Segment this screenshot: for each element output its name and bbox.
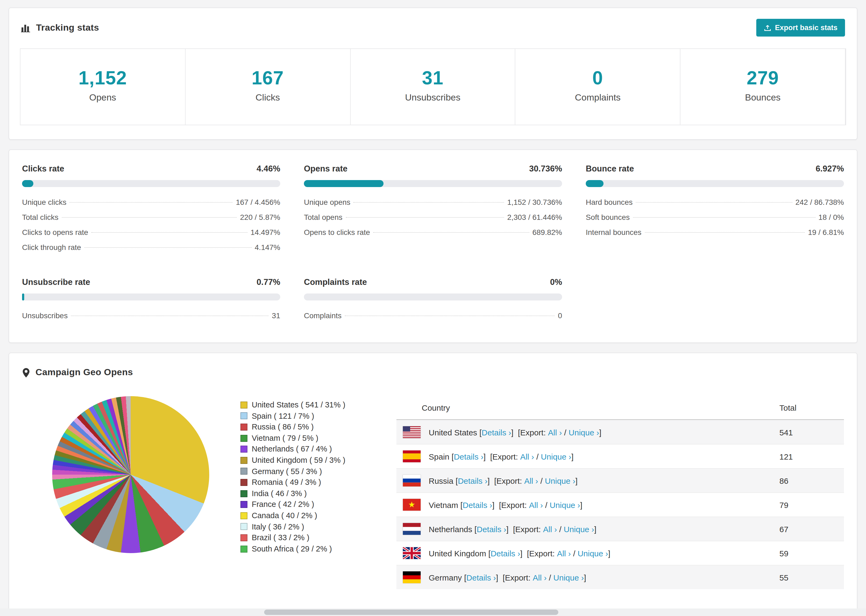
rate-title: Bounce rate [586, 164, 634, 174]
geo-countries-table: Country Total United States [Details ›] … [397, 396, 844, 589]
legend-item[interactable]: Russia ( 86 / 5% ) [241, 421, 375, 432]
legend-item[interactable]: France ( 42 / 2% ) [241, 499, 375, 510]
export-all-link[interactable]: All › [529, 500, 543, 509]
dotted-leader [71, 316, 269, 316]
dotted-leader [91, 232, 247, 233]
table-row: Germany [Details ›] [Export: All › / Uni… [397, 565, 844, 589]
details-link[interactable]: Details › [466, 573, 496, 582]
legend-label: Canada ( 40 / 2% ) [252, 510, 317, 521]
tracking-stats-card: Tracking stats Export basic stats 1,152 … [9, 8, 857, 140]
details-link[interactable]: Details › [491, 548, 520, 558]
table-row: Vietnam [Details ›] [Export: All › / Uni… [397, 492, 844, 517]
details-link[interactable]: Details › [454, 452, 483, 461]
country-total: 59 [779, 548, 844, 558]
stat-label: Opens [20, 93, 185, 103]
progress-fill [586, 180, 603, 187]
stat-row-value: 2,303 / 61.446% [507, 210, 562, 225]
geo-pie-chart[interactable] [52, 396, 209, 553]
legend-item[interactable]: India ( 46 / 3% ) [241, 488, 375, 499]
rate-stat-row: Hard bounces 242 / 86.738% [586, 195, 844, 210]
export-unique-link[interactable]: Unique › [541, 452, 571, 461]
export-unique-link[interactable]: Unique › [550, 500, 580, 509]
horizontal-scrollbar-thumb[interactable] [264, 610, 559, 615]
details-link[interactable]: Details › [463, 500, 492, 509]
details-link[interactable]: Details › [482, 427, 511, 437]
country-name: United States [429, 427, 477, 437]
rate-stat-row: Click through rate 4.147% [22, 240, 280, 255]
stat-label: Complaints [516, 93, 680, 103]
export-unique-link[interactable]: Unique › [545, 476, 575, 485]
tracking-stats-header: Tracking stats Export basic stats [9, 8, 857, 47]
tracking-stats-summary: 1,152 Opens 167 Clicks 31 Unsubscribes 0… [20, 49, 846, 125]
rate-title: Complaints rate [304, 277, 367, 287]
legend-item[interactable]: Netherlands ( 67 / 4% ) [241, 444, 375, 455]
export-basic-stats-button[interactable]: Export basic stats [756, 19, 845, 36]
details-link[interactable]: Details › [458, 476, 487, 485]
rate-title: Unsubscribe rate [22, 277, 90, 287]
rates-grid: Clicks rate 4.46% Unique clicks 167 / 4.… [22, 164, 844, 323]
rates-card: Clicks rate 4.46% Unique clicks 167 / 4.… [9, 149, 857, 343]
country-total: 67 [779, 524, 844, 533]
stat-row-label: Hard bounces [586, 195, 633, 210]
export-all-link[interactable]: All › [543, 524, 557, 533]
unsubscribe-rate-block: Unsubscribe rate 0.77% Unsubscribes 31 [22, 277, 280, 323]
export-unique-link[interactable]: Unique › [553, 573, 584, 582]
dotted-leader [70, 202, 233, 203]
legend-item[interactable]: United Kingdom ( 59 / 3% ) [241, 455, 375, 466]
stat-value: 0 [516, 67, 680, 89]
export-all-link[interactable]: All › [557, 548, 571, 558]
legend-label: United Kingdom ( 59 / 3% ) [252, 455, 345, 466]
stat-row-value: 18 / 0% [819, 210, 844, 225]
country-flag-icon [403, 499, 420, 511]
export-all-link[interactable]: All › [548, 427, 562, 437]
stat-row-value: 14.497% [250, 225, 280, 240]
stat-row-label: Total clicks [22, 210, 58, 225]
legend-label: Vietnam ( 79 / 5% ) [252, 433, 318, 444]
table-row: Netherlands [Details ›] [Export: All › /… [397, 517, 844, 541]
export-all-link[interactable]: All › [533, 573, 547, 582]
country-total: 86 [779, 476, 844, 485]
legend-item[interactable]: Italy ( 36 / 2% ) [241, 521, 375, 532]
export-all-link[interactable]: All › [520, 452, 534, 461]
legend-color-swatch [241, 468, 247, 475]
export-unique-link[interactable]: Unique › [568, 427, 599, 437]
export-unique-link[interactable]: Unique › [564, 524, 594, 533]
export-unique-link[interactable]: Unique › [578, 548, 608, 558]
country-name: Vietnam [429, 500, 458, 509]
legend-item[interactable]: Canada ( 40 / 2% ) [241, 510, 375, 521]
country-total: 79 [779, 500, 844, 509]
progress-fill [304, 180, 383, 187]
legend-label: Italy ( 36 / 2% ) [252, 521, 304, 532]
clicks-rate-block: Clicks rate 4.46% Unique clicks 167 / 4.… [22, 164, 280, 255]
stat-row-value: 19 / 6.81% [808, 225, 844, 240]
country-column-header: Country [397, 403, 779, 412]
stat-row-label: Clicks to opens rate [22, 225, 88, 240]
legend-item[interactable]: Spain ( 121 / 7% ) [241, 410, 375, 421]
legend-item[interactable]: Brazil ( 33 / 2% ) [241, 532, 375, 543]
rate-stat-row: Unique clicks 167 / 4.456% [22, 195, 280, 210]
table-row: United Kingdom [Details ›] [Export: All … [397, 541, 844, 565]
rate-percent: 0% [550, 277, 562, 287]
legend-item[interactable]: United States ( 541 / 31% ) [241, 399, 375, 410]
total-column-header: Total [779, 403, 844, 412]
horizontal-scrollbar-track[interactable] [0, 608, 866, 616]
legend-item[interactable]: Germany ( 55 / 3% ) [241, 466, 375, 477]
export-all-link[interactable]: All › [524, 476, 538, 485]
details-link[interactable]: Details › [477, 524, 506, 533]
opens-rate-block: Opens rate 30.736% Unique opens 1,152 / … [304, 164, 562, 255]
legend-color-swatch [241, 501, 247, 508]
legend-item[interactable]: Vietnam ( 79 / 5% ) [241, 433, 375, 444]
dotted-leader [354, 202, 504, 203]
legend-item[interactable]: South Africa ( 29 / 2% ) [241, 543, 375, 554]
country-total: 121 [779, 452, 844, 461]
progress-fill [22, 294, 24, 300]
geo-table-header: Country Total [397, 396, 844, 420]
legend-label: United States ( 541 / 31% ) [252, 399, 345, 410]
stat-row-value: 220 / 5.87% [240, 210, 280, 225]
legend-item[interactable]: Romania ( 49 / 3% ) [241, 477, 375, 488]
rate-stat-row: Unique opens 1,152 / 30.736% [304, 195, 562, 210]
rate-stat-row: Unsubscribes 31 [22, 308, 280, 323]
country-flag-icon [403, 426, 420, 438]
stat-value: 167 [186, 67, 350, 89]
table-row: Russia [Details ›] [Export: All › / Uniq… [397, 468, 844, 492]
